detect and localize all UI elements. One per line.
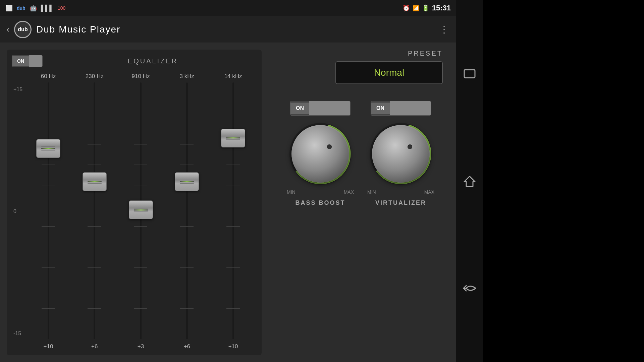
status-bar: ⬜ dub 🤖 ▌▌▌ 100 ⏰ 📶 🔋 15:31 [0, 0, 456, 16]
effects-row: ON M [272, 101, 449, 355]
virtualizer-toggle-label[interactable]: ON [371, 103, 390, 114]
fader-line-gray-230-2 [88, 183, 102, 184]
fader-track-230hz[interactable] [71, 82, 118, 339]
status-bar-right: ⏰ 📶 🔋 15:31 [402, 4, 451, 12]
fader-green-line-14k [226, 137, 240, 138]
bass-boost-toggle-label[interactable]: ON [290, 103, 309, 114]
app-container: ⬜ dub 🤖 ▌▌▌ 100 ⏰ 📶 🔋 15:31 ‹ dub Dub Mu… [0, 0, 456, 362]
bass-boost-knob-indicator [327, 144, 332, 149]
logo-text: dub [18, 26, 28, 33]
virtualizer-max-label: MAX [424, 189, 434, 195]
signal-icon: 📶 [413, 5, 419, 11]
virtualizer-knob[interactable] [372, 125, 430, 183]
scale-minus15: -15 [13, 330, 22, 337]
virtualizer-min-label: MIN [367, 189, 376, 195]
fader-thumb-230hz[interactable] [83, 172, 107, 191]
value-14khz: +10 [228, 343, 238, 350]
fader-track-910hz[interactable] [118, 82, 164, 339]
android-icon: 🤖 [30, 4, 37, 12]
freq-label-14khz: 14 kHz [224, 73, 242, 80]
eq-scale: +15 0 -15 [12, 73, 25, 350]
bass-boost-min-max: MIN MAX [287, 189, 354, 195]
fader-14khz: 14 kHz [210, 73, 256, 350]
freq-label-60hz: 60 Hz [41, 73, 56, 80]
fader-line-gray-910 [134, 208, 148, 208]
virtualizer-toggle[interactable]: ON [371, 101, 431, 116]
fader-thumb-60hz[interactable] [36, 139, 60, 158]
eq-toggle-slider[interactable] [29, 55, 42, 67]
bass-boost-max-label: MAX [344, 189, 354, 195]
bass-boost-min-label: MIN [287, 189, 296, 195]
header-left: ‹ dub Dub Music Player [7, 21, 120, 38]
virtualizer-name: VIRTUALIZER [375, 199, 426, 206]
fader-green-line-910 [134, 209, 148, 210]
fader-line-gray-3k-2 [180, 183, 194, 184]
fader-line-gray-910-2 [134, 212, 148, 212]
home-button[interactable] [460, 171, 480, 191]
fader-green-line [41, 148, 55, 149]
back-button[interactable]: ‹ [7, 25, 9, 34]
scale-plus15: +15 [13, 86, 22, 93]
virtualizer-min-max: MIN MAX [367, 189, 434, 195]
fader-thumb-910hz[interactable] [129, 200, 153, 219]
fader-3khz: 3 kHz [164, 73, 210, 350]
virtualizer-section: ON MIN MAX [367, 101, 434, 206]
fader-line-gray [41, 146, 55, 147]
status-bar-left: ⬜ dub 🤖 ▌▌▌ 100 [5, 4, 65, 12]
fader-230hz: 230 Hz [71, 73, 118, 350]
value-3khz: +6 [184, 343, 190, 350]
fader-line-gray-2 [41, 150, 55, 150]
app-logo: dub [14, 21, 32, 38]
value-230hz: +6 [91, 343, 98, 350]
fader-green-line-230 [88, 181, 102, 182]
svg-rect-4 [464, 70, 475, 78]
fader-thumb-3khz[interactable] [175, 172, 199, 191]
virtualizer-toggle-slider[interactable] [390, 101, 431, 116]
eq-section-label: EQUALIZER [49, 57, 256, 65]
bass-boost-toggle[interactable]: ON [290, 101, 351, 116]
fader-track-line-230hz [94, 82, 95, 339]
fader-line-gray-14k [226, 136, 240, 136]
eq-toggle[interactable]: ON [12, 55, 43, 67]
photo-icon: ⬜ [5, 4, 13, 12]
fader-thumb-14khz[interactable] [221, 129, 245, 147]
preset-button[interactable]: Normal [335, 61, 443, 84]
bass-boost-name: BASS BOOST [295, 199, 345, 206]
nav-sidebar [456, 0, 483, 362]
fader-track-line-60hz [48, 82, 49, 339]
fader-line-gray-230 [88, 180, 102, 180]
preset-label: PRESET [408, 50, 443, 57]
barcode-icon: ▌▌▌ [41, 5, 54, 12]
fader-track-line-14khz [232, 82, 234, 339]
virtualizer-knob-container [367, 120, 434, 187]
fader-track-line-3khz [186, 82, 188, 339]
menu-button[interactable]: ⋮ [439, 24, 449, 35]
eq-toggle-on-label[interactable]: ON [12, 56, 29, 66]
time-display: 15:31 [432, 4, 451, 12]
freq-label-230hz: 230 Hz [86, 73, 104, 80]
svg-marker-5 [464, 176, 475, 186]
bass-boost-knob[interactable] [291, 125, 349, 183]
main-content: ON EQUALIZER +15 0 -15 60 Hz [0, 43, 456, 362]
bass-boost-toggle-slider[interactable] [309, 101, 350, 116]
fader-track-14khz[interactable] [210, 82, 256, 339]
recent-apps-button[interactable] [460, 64, 480, 84]
right-panel: PRESET Normal ON [272, 50, 449, 355]
fader-track-60hz[interactable] [25, 82, 71, 339]
eq-header: ON EQUALIZER [12, 55, 256, 67]
battery-icon: 🔋 [422, 4, 429, 12]
app-title: Dub Music Player [36, 24, 120, 35]
eq-panel: ON EQUALIZER +15 0 -15 60 Hz [7, 50, 262, 355]
app-header: ‹ dub Dub Music Player ⋮ [0, 16, 456, 43]
fader-track-3khz[interactable] [164, 82, 210, 339]
back-nav-button[interactable] [460, 278, 480, 298]
fader-green-line-3k [180, 181, 194, 182]
bass-boost-section: ON M [287, 101, 354, 206]
freq-label-910hz: 910 Hz [132, 73, 150, 80]
freq-label-3khz: 3 kHz [180, 73, 194, 80]
value-60hz: +10 [44, 343, 53, 350]
alarm-icon: ⏰ [402, 4, 410, 12]
hundred-icon: 100 [58, 5, 65, 11]
preset-section: PRESET Normal [272, 50, 449, 84]
faders-container: +15 0 -15 60 Hz [12, 73, 256, 350]
